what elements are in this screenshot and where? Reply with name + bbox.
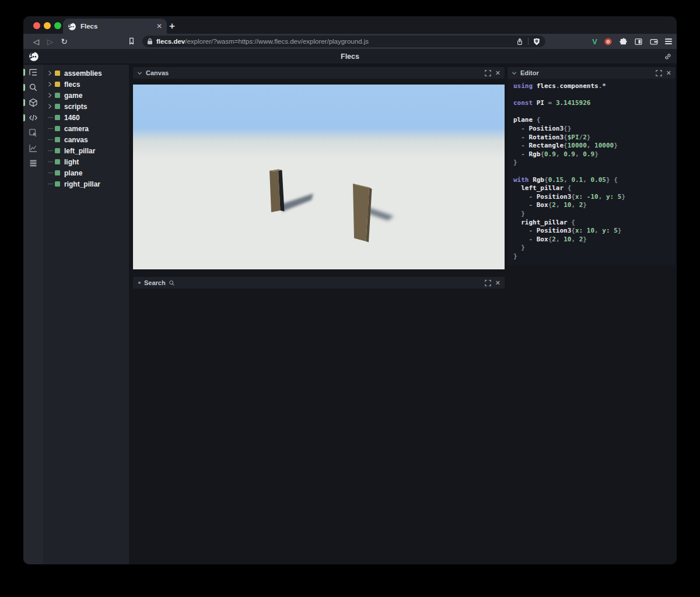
entity-type-square-icon	[55, 148, 60, 153]
entity-type-square-icon	[55, 170, 60, 175]
new-tab-button[interactable]: +	[169, 19, 175, 34]
expand-chevron-icon[interactable]	[48, 93, 55, 98]
tree-item-flecs[interactable]: flecs	[43, 79, 129, 90]
forward-button[interactable]: ▷	[43, 37, 57, 46]
editor-panel-header[interactable]: Editor ✕	[508, 67, 676, 79]
canvas-panel-header[interactable]: Canvas ✕	[133, 67, 505, 79]
tree-item-label: game	[64, 92, 82, 100]
active-indicator	[23, 114, 25, 121]
url-bar[interactable]: flecs.dev/explorer/?wasm=https://www.fle…	[142, 36, 545, 47]
chart-icon	[29, 143, 38, 153]
fullscreen-icon[interactable]	[656, 70, 662, 76]
brave-shield-icon[interactable]	[533, 37, 541, 46]
sidebar-item-stats[interactable]	[23, 141, 43, 156]
tree-item-label: flecs	[64, 80, 80, 89]
browser-menu-icon[interactable]	[665, 37, 672, 46]
cube-icon	[29, 98, 38, 107]
active-indicator	[23, 84, 25, 91]
sidebar-item-entities[interactable]	[23, 95, 43, 110]
3d-canvas-viewport[interactable]	[133, 85, 505, 269]
reload-button[interactable]: ↻	[57, 37, 71, 46]
tree-item-label: light	[64, 158, 79, 166]
share-icon[interactable]	[516, 37, 524, 46]
left-pillar-mesh	[270, 170, 285, 213]
close-icon[interactable]: ✕	[495, 69, 501, 77]
search-panel: Search ✕	[133, 277, 505, 289]
traffic-minimize-button[interactable]	[44, 22, 51, 29]
active-indicator	[23, 69, 25, 76]
entity-type-square-icon	[55, 159, 60, 164]
code-editor[interactable]: using flecs.components.*const PI = 3.141…	[508, 79, 676, 265]
code-icon	[29, 113, 38, 122]
share-link-icon[interactable]	[664, 52, 672, 61]
tree-item-camera[interactable]: camera	[43, 123, 129, 134]
code-line	[513, 167, 676, 176]
close-icon[interactable]: ✕	[495, 279, 501, 287]
sidebar-item-script[interactable]	[23, 110, 43, 125]
panel-title: Editor	[520, 69, 539, 76]
leaf-dash-icon	[48, 173, 55, 174]
tree-item-canvas[interactable]: canvas	[43, 134, 129, 145]
tree-item-game[interactable]: game	[43, 90, 129, 101]
leaf-dash-icon	[48, 128, 55, 129]
tree-item-1460[interactable]: 1460	[43, 112, 129, 123]
entity-type-square-icon	[55, 137, 60, 142]
sidebar-item-tree[interactable]	[23, 65, 43, 80]
close-icon[interactable]: ✕	[666, 69, 671, 77]
entity-type-square-icon	[55, 93, 60, 98]
extension-red-icon[interactable]	[604, 37, 612, 46]
tree-item-right_pillar[interactable]: right_pillar	[43, 178, 129, 189]
vue-devtools-icon[interactable]: V	[592, 37, 597, 46]
fullscreen-icon[interactable]	[485, 280, 491, 286]
tree-item-label: canvas	[64, 136, 88, 144]
browser-tab-flecs[interactable]: Flecs ✕	[63, 19, 167, 34]
tree-item-scripts[interactable]: scripts	[43, 101, 129, 112]
entity-type-square-icon	[55, 104, 60, 109]
fullscreen-icon[interactable]	[485, 70, 491, 76]
sidebar-panel-icon[interactable]	[634, 37, 643, 46]
rows-icon	[29, 159, 38, 168]
leaf-dash-icon	[48, 161, 55, 163]
wallet-icon[interactable]	[649, 37, 659, 46]
entity-type-square-icon	[55, 181, 60, 187]
tab-close-icon[interactable]: ✕	[156, 22, 162, 30]
bookmark-icon[interactable]	[127, 37, 136, 45]
expand-chevron-icon[interactable]	[48, 82, 55, 87]
code-line: - Box{2, 10, 2}	[513, 236, 676, 244]
search-panel-header[interactable]: Search ✕	[133, 277, 505, 289]
tree-item-left_pillar[interactable]: left_pillar	[43, 145, 129, 156]
active-indicator	[23, 99, 25, 106]
code-line: left_pillar {	[513, 184, 676, 193]
panel-title: Canvas	[146, 69, 169, 76]
browser-window: Flecs ✕ + ◁ ▷ ↻ flecs.dev/explorer/?wasm…	[23, 16, 677, 564]
code-line	[513, 108, 676, 117]
entity-type-square-icon	[55, 71, 60, 76]
entity-type-square-icon	[55, 82, 60, 87]
panel-title: Search	[144, 279, 166, 286]
tree-item-light[interactable]: light	[43, 156, 129, 167]
traffic-zoom-button[interactable]	[54, 22, 61, 29]
expand-chevron-icon[interactable]	[48, 71, 55, 76]
tree-item-assemblies[interactable]: assemblies	[43, 68, 129, 79]
tree-item-label: assemblies	[64, 69, 102, 78]
sidebar-item-tables[interactable]	[23, 156, 43, 171]
chevron-down-icon	[137, 71, 142, 75]
canvas-panel: Canvas ✕	[133, 67, 505, 269]
expand-chevron-icon[interactable]	[48, 104, 55, 109]
traffic-close-button[interactable]	[33, 22, 40, 29]
extensions-puzzle-icon[interactable]	[619, 37, 628, 46]
sidebar-item-inspector[interactable]	[23, 125, 43, 141]
tree-icon	[29, 68, 38, 77]
code-line: using flecs.components.*	[513, 82, 676, 91]
code-line: - Position3{x: -10, y: 5}	[513, 193, 676, 202]
code-line: - Rgb{0.9, 0.9, 0.9}	[513, 150, 676, 159]
sidebar-icon-strip	[23, 65, 43, 564]
back-button[interactable]: ◁	[29, 37, 43, 46]
tree-item-label: right_pillar	[64, 180, 100, 188]
inspector-icon	[29, 128, 38, 138]
code-line: const PI = 3.1415926	[513, 99, 676, 108]
tree-item-plane[interactable]: plane	[43, 167, 129, 178]
code-line: }	[513, 244, 676, 252]
sidebar-item-query[interactable]	[23, 80, 43, 95]
code-line: - Rectangle{10000, 10000}	[513, 142, 676, 150]
